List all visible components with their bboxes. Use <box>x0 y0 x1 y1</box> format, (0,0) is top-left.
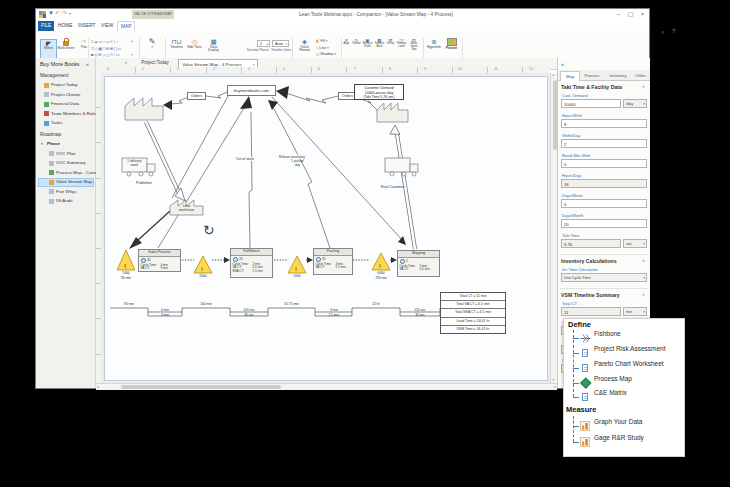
quick-format-button[interactable]: ◈ Quick Format <box>295 38 314 53</box>
shapes-scroll-up-icon[interactable]: ▴ <box>131 39 133 44</box>
vsm-collapse-icon[interactable]: ∧ <box>642 292 645 297</box>
doc-tab-project-today[interactable]: Project Today <box>134 60 176 65</box>
shadow-button[interactable]: ❏ Shadow ▾ <box>316 52 336 56</box>
publisher-factory-shape[interactable] <box>125 98 163 120</box>
sidebar-item-project-charter[interactable]: Project Charter <box>51 91 81 99</box>
fill-button[interactable]: ◧ Fill ▾ <box>316 39 328 43</box>
customer-demand-box[interactable]: Customer Demand 10000 pieces /day (Takt … <box>354 84 404 100</box>
rotate-button[interactable]: ↻ Rotate <box>352 38 361 46</box>
doc-tab-close-icon[interactable]: × <box>252 62 255 67</box>
align-button[interactable]: ≡ Align <box>342 38 351 46</box>
takt-collapse-icon[interactable]: ∧ <box>642 84 645 89</box>
cust-demand-unit-select[interactable]: /day▾ <box>623 99 647 108</box>
timeline-summary-box[interactable]: Total CT = 11 min Total VA CT = 6.5 min … <box>440 292 506 334</box>
timeline-units-select[interactable]: Auto ▾ <box>272 40 289 47</box>
panel-tab-map[interactable]: Map <box>560 71 580 81</box>
inventory-triangle-1[interactable] <box>117 250 135 270</box>
phase-expand-icon[interactable]: ▾ <box>41 142 43 146</box>
sidebar-item-tasks[interactable]: Tasks <box>51 119 62 127</box>
panel-tab-other[interactable]: Other <box>632 71 649 80</box>
days-week-input[interactable]: 5 <box>561 199 647 208</box>
orders-box-left[interactable]: Orders <box>187 92 206 100</box>
line-button[interactable]: ╲ Line ▾ <box>316 46 329 50</box>
flyout-item-gage-rr-study[interactable]: Gage R&R Study <box>594 433 644 443</box>
inventory-triangle-4[interactable] <box>372 253 390 270</box>
tab-insert[interactable]: INSERT <box>75 21 99 31</box>
data-display-button[interactable]: ▦ Data Display <box>204 38 223 53</box>
vscroll-up-icon[interactable]: ▴ <box>553 73 555 78</box>
spinner-arrows-icon[interactable]: ▴▾ <box>266 41 269 48</box>
flyout-item-ce-matrix[interactable]: C&E Matrix <box>594 388 627 398</box>
save-icon[interactable]: ▼ <box>48 10 54 17</box>
inventory-triangle-3[interactable] <box>288 256 306 273</box>
picture-button[interactable]: Picture <box>443 38 460 51</box>
hours-shift-input[interactable]: 8 <box>561 119 647 128</box>
shifts-day-input[interactable]: 2 <box>561 139 647 148</box>
restore-button[interactable]: ▢ <box>625 10 636 19</box>
sidebar-item-five-whys[interactable]: Five Whys <box>56 188 77 196</box>
hscroll-thumb[interactable] <box>121 385 281 389</box>
inv-time-calc-select[interactable]: Use Cycle Time▾ <box>561 273 647 282</box>
canvas-hscrollbar[interactable]: ◂ ▸ <box>96 383 557 390</box>
sidebar-item-financial-data[interactable]: Financial Data <box>51 100 79 108</box>
sidebar-item-team-members[interactable]: Team Members & Roles <box>51 110 98 118</box>
process-fulfillment[interactable]: Fulfillment 20 Cycle Time:2 min VA CT:0.… <box>230 248 273 278</box>
sidebar-item-voc-summary[interactable]: VOC Summary <box>56 159 86 167</box>
qat-more-icon[interactable]: ▾ <box>69 11 71 16</box>
make-same-size-button[interactable]: ⊟ Make Same Size <box>408 38 420 52</box>
break-min-input[interactable]: 0 <box>561 159 647 168</box>
inventory-collapse-icon[interactable]: ∧ <box>642 258 645 263</box>
shapes-palette-row2[interactable]: ▽◇▦□⊟⊞◻▭ <box>91 46 129 51</box>
tab-home[interactable]: HOME <box>55 21 75 31</box>
send-to-back-button[interactable]: ▩ Send to Back <box>374 38 385 49</box>
takt-time-unit-select[interactable]: sec▾ <box>623 239 647 248</box>
flyout-item-fishbone[interactable]: Fishbone <box>594 329 621 339</box>
process-sales[interactable]: Sales Process 42 Cycle Time:4 min VA CT:… <box>138 249 181 272</box>
panel-tab-process[interactable]: Process <box>580 71 604 80</box>
sidebar-item-5s-audit[interactable]: 5S Audit <box>56 197 72 205</box>
hyperlink-button[interactable]: ⊕ Hyperlink <box>426 38 442 49</box>
hscroll-right-icon[interactable]: ▸ <box>554 385 556 390</box>
ribbon-collapse-icon[interactable]: ∧ <box>661 29 665 35</box>
days-month-input[interactable]: 20 <box>561 219 647 228</box>
flyout-item-project-risk-assessment[interactable]: Project Risk Assessment <box>594 344 666 354</box>
vscroll-thumb[interactable] <box>553 80 557 150</box>
inventory-triangle-2[interactable] <box>194 256 212 273</box>
flyout-item-graph-your-data[interactable]: Graph Your Data <box>594 417 642 427</box>
edit-time-button[interactable]: ◷ Edit Time <box>186 38 203 49</box>
hscroll-left-icon[interactable]: ◂ <box>97 385 99 390</box>
shapes-palette-row3[interactable]: ■◎⊕◇△⊓↑▭ <box>91 52 129 57</box>
cust-demand-input[interactable]: 10000 <box>561 99 621 108</box>
decimal-places-spinner[interactable]: 2 ▴▾ <box>257 40 270 47</box>
multi-insert-button[interactable]: Multi-Insert <box>56 38 76 50</box>
timeline-button[interactable]: ⊓⊔ Timeline <box>168 38 185 49</box>
panel-tab-inventory[interactable]: Inventory <box>605 71 631 80</box>
hub-box[interactable]: buymorebooks.com <box>227 85 276 96</box>
process-shipping[interactable]: Shipping 1 Cycle Time:2 min VA CT:0.5 mi… <box>397 250 440 277</box>
redo-icon[interactable]: ↷ <box>62 10 67 17</box>
sidebar-item-voc-plan[interactable]: VOC Plan <box>56 150 76 158</box>
tab-file[interactable]: FILE <box>38 21 54 31</box>
undo-icon[interactable]: ↶ <box>55 10 60 17</box>
group-button[interactable]: ⊞ Group <box>386 38 395 46</box>
flyout-item-process-map[interactable]: Process Map <box>594 374 632 384</box>
doc-tabs-back-icon[interactable]: ‹ <box>125 59 127 65</box>
close-button[interactable]: × <box>637 10 648 19</box>
help-icon[interactable]: ? <box>672 28 676 34</box>
final-customer-factory-shape[interactable] <box>377 103 408 122</box>
process-packing[interactable]: Packing 32 Cycle Time:3 min VA CT:2.5 mi… <box>313 248 353 275</box>
sidebar-item-phase[interactable]: Phase <box>47 140 60 148</box>
connector-button[interactable]: ✎ ▾ <box>143 38 161 49</box>
minimize-button[interactable]: – <box>613 10 624 19</box>
sidebar-collapse-icon[interactable]: « <box>86 61 89 67</box>
total-ct-unit-select[interactable]: min▾ <box>623 307 647 316</box>
flyout-item-pareto-chart-worksheet[interactable]: Pareto Chart Worksheet <box>594 359 664 369</box>
tab-view[interactable]: VIEW <box>98 21 116 31</box>
shapes-palette-row1[interactable]: □▲▭○▭≡│▫ <box>91 39 129 44</box>
position-label-button[interactable]: ◫ Position Label <box>396 38 407 49</box>
circular-flow-icon[interactable]: ↻ <box>203 222 215 238</box>
ruler-6: 6 <box>314 67 324 71</box>
panel-expand-icon[interactable]: » <box>561 61 564 67</box>
sidebar-item-project-today[interactable]: Project Today <box>51 81 78 89</box>
bring-to-front-button[interactable]: ▣ Bring to Front <box>362 38 373 49</box>
